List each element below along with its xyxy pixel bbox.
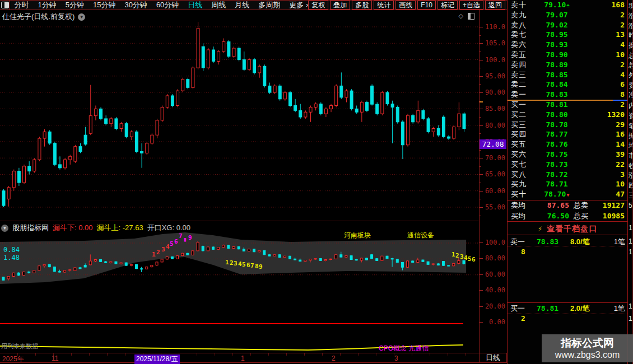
price-direction-icon: ▼ — [566, 192, 569, 198]
orderbook-row[interactable]: 买二78.801320 — [508, 110, 627, 120]
indicator-plot[interactable] — [0, 221, 479, 353]
orderbook-row-label: 卖九 — [511, 10, 527, 20]
count-number: 2 — [230, 259, 234, 267]
indicator-tick-mark — [480, 290, 483, 291]
orderbook-row[interactable]: 卖七78.9513 — [508, 30, 627, 40]
orderbook-row[interactable]: 卖十79.10±168 — [508, 0, 627, 10]
indicator-tick-label: 40.00 — [483, 286, 505, 294]
orderbook-row-price: 78.73 — [537, 160, 577, 170]
view-depth-link[interactable]: 查看千档盘口 — [547, 224, 597, 234]
count-number: 6 — [472, 256, 476, 263]
depth-row-count: 1笔 — [614, 237, 625, 246]
count-number: 4 — [464, 254, 468, 262]
diamond-icon[interactable]: ◇ — [459, 12, 463, 20]
tool-button-3[interactable]: 统计 — [374, 1, 394, 10]
lightning-icon: ⚡ — [538, 225, 542, 233]
price-tick-mark — [480, 174, 483, 175]
orderbook-row[interactable]: 买四78.7716 — [508, 129, 627, 139]
orderbook-row[interactable]: 卖二78.846 — [508, 80, 627, 90]
period-menu-item-2[interactable]: 5分钟 — [66, 1, 84, 10]
orderbook-row-label: 卖一 — [511, 90, 527, 100]
timeline-axis[interactable]: 2025年112025/11/28/五123 — [0, 353, 479, 363]
orderbook-row-volume: 4 — [620, 70, 625, 80]
depth-row-price: 78.83 — [537, 237, 558, 246]
orderbook-row-price: 78.93 — [537, 40, 577, 50]
orderbook-row[interactable]: 买十78.70▼47 — [508, 189, 627, 199]
price-tick-label: 85.00 — [483, 105, 505, 113]
orderbook-row-label: 买八 — [511, 170, 527, 180]
watermark-title: 指标公式网 — [561, 337, 614, 349]
count-number: 5 — [170, 240, 174, 248]
orderbook-row[interactable]: 卖四78.892 — [508, 60, 627, 70]
timeline-label-5: 3 — [394, 354, 398, 362]
orderbook-row[interactable]: 买三78.7829 — [508, 120, 627, 130]
count-number: 7 — [250, 262, 254, 269]
orderbook-row-price: 78.72 — [537, 170, 577, 180]
collapse-icon[interactable]: ▼ — [1, 225, 8, 232]
tool-button-7[interactable]: +自选 — [459, 1, 483, 10]
indicator-pane[interactable]: ▼ 股朋指标网 漏斗下: 0.00漏斗上: -27.63开口XG: 0.00 0… — [0, 221, 479, 353]
period-menu-item-8[interactable]: 月线 — [235, 1, 249, 10]
period-menu-item-1[interactable]: 1分钟 — [38, 1, 56, 10]
orderbook-row-volume: 22 — [616, 160, 625, 170]
chevron-down-icon[interactable]: ▼ — [78, 13, 85, 21]
tool-button-0[interactable]: 复权 — [308, 1, 328, 10]
tool-button-6[interactable]: 标记 — [437, 1, 458, 10]
price-tick-label: 60.00 — [483, 187, 505, 195]
pane-split-icon[interactable] — [468, 13, 474, 20]
orderbook-row[interactable]: 卖五78.9010 — [508, 50, 627, 60]
orderbook-row-volume: 10 — [616, 179, 625, 189]
window-toggle-button[interactable] — [0, 1, 10, 10]
orderbook-row[interactable]: 买六78.7539 — [508, 150, 627, 160]
orderbook-row-volume: 2 — [620, 20, 625, 30]
period-menu-item-9[interactable]: 多周期 — [258, 1, 280, 10]
tool-button-8[interactable]: 返回 — [485, 1, 505, 10]
period-menu-item-3[interactable]: 15分钟 — [93, 1, 115, 10]
orderbook-row[interactable]: 买八78.723 — [508, 170, 627, 180]
tool-button-5[interactable]: F10 — [417, 1, 436, 10]
indicator-tick-mark — [480, 274, 483, 275]
orderbook-row[interactable]: 卖一78.838 — [508, 90, 627, 100]
orderbook-row-label: 买一 — [511, 100, 527, 110]
orderbook-row[interactable]: 买九78.7110 — [508, 179, 627, 189]
price-tick-label: 80.00 — [483, 122, 505, 129]
orderbook-row-price: 78.77 — [537, 129, 577, 139]
depth-panel-header[interactable]: ⚡ 查看千档盘口 — [508, 223, 627, 235]
count-number: 9 — [259, 263, 263, 270]
tool-button-1[interactable]: 叠加 — [330, 1, 350, 10]
orderbook-row[interactable]: 卖三78.854 — [508, 70, 627, 80]
orderbook-row-price: 78.76 — [537, 139, 577, 150]
tool-button-4[interactable]: 画线 — [395, 1, 416, 10]
main-chart-area[interactable]: 仕佳光子(日线.前复权) ▼ ◇ — [0, 10, 479, 221]
period-menu-item-6[interactable]: 日线 — [188, 1, 202, 10]
count-number: 5 — [468, 255, 472, 263]
candlestick-chart[interactable] — [0, 10, 479, 221]
indicator-tick-label: 20.00 — [483, 302, 505, 310]
orderbook-row-price: 78.81 — [537, 100, 577, 110]
orderbook-row-label: 卖五 — [511, 50, 527, 60]
orderbook-row[interactable]: 卖六78.934 — [508, 40, 627, 50]
timeline-label-4: 2 — [332, 354, 336, 362]
orderbook-row[interactable]: 卖九79.072 — [508, 10, 627, 20]
count-number: 1 — [452, 251, 455, 258]
current-price-tag: 72.08 — [480, 139, 506, 149]
price-minor-tick — [480, 117, 481, 118]
orderbook-row[interactable]: 卖八79.022 — [508, 20, 627, 30]
period-menu-item-0[interactable]: 分时 — [14, 1, 29, 10]
period-menu-item-5[interactable]: 60分钟 — [156, 1, 179, 10]
orderbook-row[interactable]: 买七78.7322 — [508, 160, 627, 170]
indicator-axis: 100.080.0060.0040.0020.000.00 — [479, 221, 507, 353]
period-menu-item-4[interactable]: 30分钟 — [124, 1, 147, 10]
orderbook-row-price: 78.89 — [537, 60, 577, 70]
chart-title: 仕佳光子(日线.前复权) — [2, 12, 75, 22]
orderbook-row-price: 79.10± — [537, 0, 577, 11]
orderbook-row[interactable]: 买五78.7614 — [508, 139, 627, 150]
depth-panel-row[interactable]: 买一78.812.0/笔1笔 — [508, 304, 627, 313]
indicator-tick-mark — [480, 242, 483, 243]
depth-panel-row[interactable]: 卖一78.838.0/笔1笔 — [508, 237, 627, 246]
orderbook-row[interactable]: 买一78.812 — [508, 100, 627, 110]
period-menu-item-10[interactable]: 更多 › — [289, 1, 308, 10]
period-menu: 分时1分钟5分钟15分钟30分钟60分钟日线周线月线多周期更多 › — [10, 1, 308, 10]
period-menu-item-7[interactable]: 周线 — [211, 1, 226, 10]
tool-button-2[interactable]: 多股 — [352, 1, 372, 10]
